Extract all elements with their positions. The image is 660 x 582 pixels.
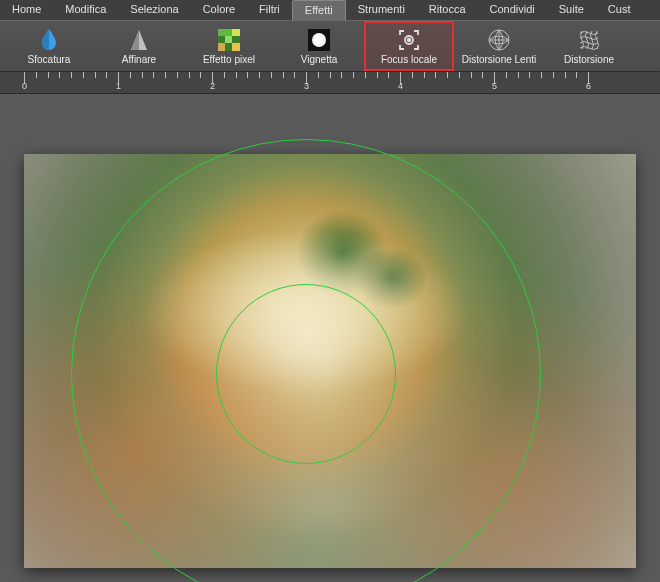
svg-point-13 (408, 38, 411, 41)
effects-toolbar: SfocaturaAffinareEffetto pixelVignettaFo… (0, 20, 660, 72)
svg-point-11 (315, 35, 324, 44)
localfocus-icon (397, 28, 421, 52)
tool-label: Distorsione (564, 54, 614, 65)
document-image[interactable] (24, 154, 636, 568)
ruler-label: 1 (116, 81, 121, 91)
menu-item-suite[interactable]: Suite (547, 0, 596, 20)
ruler-label: 5 (492, 81, 497, 91)
menu-bar: HomeModificaSelezionaColoreFiltriEffetti… (0, 0, 660, 20)
tool-vignette[interactable]: Vignetta (274, 21, 364, 71)
tool-label: Sfocatura (28, 54, 71, 65)
menu-item-effetti[interactable]: Effetti (292, 0, 346, 20)
tool-blur[interactable]: Sfocatura (4, 21, 94, 71)
sharpen-icon (127, 28, 151, 52)
svg-rect-8 (225, 29, 232, 36)
tool-lens[interactable]: Distorsione Lenti (454, 21, 544, 71)
menu-item-condividi[interactable]: Condividi (478, 0, 547, 20)
ruler-label: 0 (22, 81, 27, 91)
ruler-label: 2 (210, 81, 215, 91)
menu-item-cust[interactable]: Cust (596, 0, 643, 20)
tool-label: Effetto pixel (203, 54, 255, 65)
menu-item-filtri[interactable]: Filtri (247, 0, 292, 20)
tool-localfocus[interactable]: Focus locale (364, 21, 454, 71)
svg-rect-4 (225, 36, 232, 43)
tool-label: Vignetta (301, 54, 338, 65)
menu-item-home[interactable]: Home (0, 0, 53, 20)
tool-label: Affinare (122, 54, 156, 65)
svg-rect-7 (232, 43, 240, 51)
menu-item-colore[interactable]: Colore (191, 0, 247, 20)
horizontal-ruler: 0123456 (0, 72, 660, 94)
menu-item-modifica[interactable]: Modifica (53, 0, 118, 20)
svg-rect-6 (218, 43, 225, 51)
canvas-area[interactable] (0, 94, 660, 582)
ruler-label: 3 (304, 81, 309, 91)
tool-sharpen[interactable]: Affinare (94, 21, 184, 71)
blur-icon (37, 28, 61, 52)
ruler-label: 6 (586, 81, 591, 91)
tool-label: Distorsione Lenti (462, 54, 536, 65)
tool-label: Focus locale (381, 54, 437, 65)
menu-item-strumenti[interactable]: Strumenti (346, 0, 417, 20)
pixelate-icon (217, 28, 241, 52)
ruler-label: 4 (398, 81, 403, 91)
vignette-icon (307, 28, 331, 52)
menu-item-ritocca[interactable]: Ritocca (417, 0, 478, 20)
tool-distort[interactable]: Distorsione (544, 21, 634, 71)
svg-marker-1 (131, 30, 139, 50)
distort-icon (577, 28, 601, 52)
menu-item-seleziona[interactable]: Seleziona (118, 0, 190, 20)
svg-rect-3 (218, 29, 225, 36)
svg-rect-5 (232, 29, 240, 36)
tool-pixelate[interactable]: Effetto pixel (184, 21, 274, 71)
lens-icon (487, 28, 511, 52)
